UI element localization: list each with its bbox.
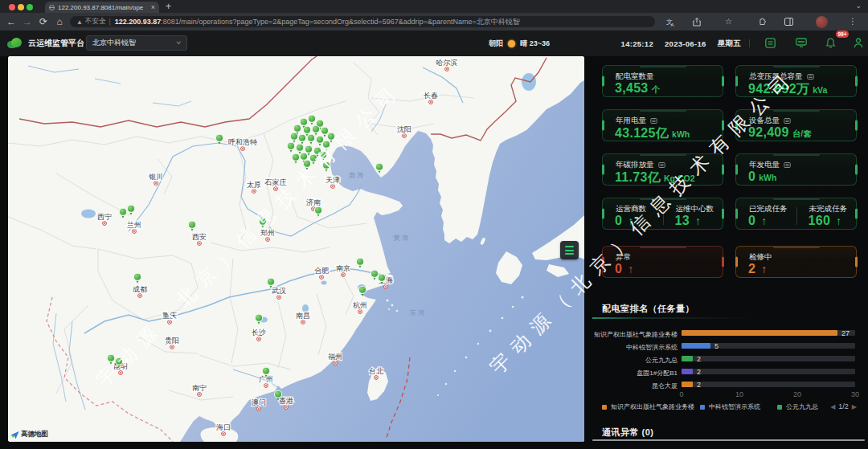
legend-item[interactable]: 公元九九总 bbox=[777, 402, 818, 411]
stat-card-content: 已完成任务0↑ bbox=[736, 198, 796, 229]
pin-head bbox=[321, 127, 328, 134]
home-button[interactable]: ⌂ bbox=[51, 16, 68, 27]
pin-head bbox=[375, 163, 383, 170]
app-header-right: 朝阳 晴 23~36 14:25:12 2023-06-16 星期五 99+ bbox=[0, 31, 868, 56]
pin-head bbox=[319, 151, 326, 158]
tab-search-chevron-icon[interactable]: ⌄ bbox=[855, 2, 862, 10]
card-notch-decoration bbox=[773, 65, 820, 67]
chrome-menu-kebab-icon[interactable]: ⋮ bbox=[849, 18, 857, 26]
translate-icon[interactable]: 文A bbox=[666, 18, 675, 27]
city-label: 济南 bbox=[306, 198, 321, 206]
city-label: 武汉 bbox=[272, 287, 286, 295]
notification-bell-icon[interactable] bbox=[825, 38, 836, 48]
legend-pager: ◀1/2▶ bbox=[830, 402, 857, 410]
stat-value: 92,409台/套 bbox=[748, 125, 812, 140]
bar-track: 2 bbox=[682, 382, 855, 387]
card-side-accent bbox=[602, 120, 604, 131]
window-fullscreen-button[interactable] bbox=[27, 4, 33, 10]
stat-unit: Kg CO2 bbox=[664, 173, 695, 183]
legend-swatch bbox=[602, 405, 607, 410]
weather-widget: 朝阳 晴 23~36 bbox=[489, 39, 550, 49]
browser-toolbar: ← → ⟳ ⌂ ▲ 不安全 | 122.200.93.87 :8081/main… bbox=[0, 13, 868, 31]
stat-unit: kWh bbox=[759, 173, 776, 182]
layers-line bbox=[565, 250, 574, 251]
bar-track: 27 bbox=[682, 330, 855, 336]
stat-unit: 台/套 bbox=[792, 129, 812, 138]
window-close-button[interactable] bbox=[9, 4, 15, 10]
browser-tab[interactable]: 122.200.93.87:8081/main/ope × bbox=[45, 2, 159, 13]
pager-next-icon[interactable]: ▶ bbox=[852, 403, 857, 410]
reload-button[interactable]: ⟳ bbox=[35, 16, 51, 27]
side-panel-icon[interactable] bbox=[784, 18, 793, 26]
layers-line bbox=[565, 246, 574, 247]
bar-row: 昆仑大厦2 bbox=[592, 379, 866, 390]
city-dot-center bbox=[285, 406, 287, 408]
user-icon[interactable] bbox=[854, 38, 863, 48]
pin-head bbox=[119, 208, 126, 215]
bar-value: 27 bbox=[841, 329, 850, 337]
city-dot-center bbox=[385, 286, 387, 288]
window-minimize-button[interactable] bbox=[18, 4, 24, 10]
pager-prev-icon[interactable]: ◀ bbox=[830, 403, 835, 410]
tab-close-icon[interactable]: × bbox=[151, 4, 155, 11]
address-bar[interactable]: ▲ 不安全 | 122.200.93.87 :8081/main/operati… bbox=[70, 16, 655, 27]
stat-number: 0 bbox=[748, 214, 755, 227]
city-label: 太原 bbox=[247, 181, 261, 189]
legend-item[interactable]: 知识产权出版社气象路业务楼 bbox=[602, 402, 694, 411]
x-axis-tick: 30 bbox=[851, 390, 859, 398]
app-header: 云运维监管平台 北京中科锐智 ˅ 朝阳 晴 23~36 14:25:12 202… bbox=[0, 31, 868, 56]
city-label: 西宁 bbox=[97, 213, 112, 221]
bar-value: 5 bbox=[714, 342, 719, 350]
chart-title-underline bbox=[592, 317, 753, 319]
bar-fill bbox=[682, 330, 837, 336]
stat-number: 43.125亿 bbox=[615, 126, 669, 140]
pin-head bbox=[300, 153, 307, 160]
task-list-icon[interactable] bbox=[765, 38, 776, 48]
stat-arrow-icon: ↑ bbox=[628, 214, 633, 227]
profile-avatar[interactable] bbox=[816, 16, 828, 28]
stat-value: 0↑ bbox=[748, 214, 767, 228]
city-dot-center bbox=[155, 182, 157, 184]
pin-head bbox=[327, 133, 334, 140]
amap-attribution[interactable]: 高德地图 bbox=[10, 430, 48, 439]
bar-fill bbox=[682, 356, 693, 361]
stat-unit: kVa bbox=[813, 85, 827, 95]
share-icon[interactable] bbox=[693, 18, 701, 27]
china-map[interactable]: 渤海黄海东海 哈尔滨长春沈阳呼和浩特银川太原石家庄天津济南西宁兰州郑州西安成都重… bbox=[8, 56, 584, 442]
city-label: 长沙 bbox=[252, 329, 266, 337]
city-label: 贵阳 bbox=[165, 337, 179, 345]
clock-widget: 14:25:12 2023-06-16 星期五 bbox=[621, 39, 741, 49]
city-label: 南宁 bbox=[192, 384, 207, 392]
pin-head bbox=[307, 134, 314, 141]
stat-value: 942.892万kVa bbox=[748, 81, 827, 98]
legend-swatch bbox=[700, 405, 705, 410]
pin-head bbox=[292, 153, 299, 161]
legend-label: 中科锐智演示系统 bbox=[709, 402, 760, 411]
bookmark-star-icon[interactable]: ☆ bbox=[725, 18, 732, 26]
card-notch-decoration bbox=[640, 246, 686, 248]
tab-title: 122.200.93.87:8081/main/ope bbox=[58, 4, 143, 11]
forward-button[interactable]: → bbox=[19, 16, 35, 27]
pin-head bbox=[255, 314, 262, 321]
legend-item[interactable]: 中科锐智演示系统 bbox=[700, 402, 760, 411]
city-label: 澳门 bbox=[252, 398, 266, 406]
chart-title: 配电室排名（任务量） bbox=[602, 303, 694, 315]
pin-head bbox=[296, 144, 303, 151]
monitor-card-icon[interactable] bbox=[796, 38, 807, 47]
city-dot-center bbox=[253, 190, 255, 192]
new-tab-button[interactable]: + bbox=[166, 1, 171, 12]
bar-track: 2 bbox=[682, 356, 855, 361]
card-notch-decoration bbox=[640, 65, 686, 67]
stat-card: 已完成任务0↑未完成任务160↑ bbox=[735, 198, 857, 230]
extensions-puzzle-icon[interactable] bbox=[758, 18, 767, 27]
pin-head bbox=[274, 390, 281, 398]
back-button[interactable]: ← bbox=[3, 16, 19, 27]
city-label: 台北 bbox=[369, 367, 383, 375]
stat-value: 43.125亿kWh bbox=[615, 125, 690, 142]
pin-head bbox=[188, 221, 195, 228]
legend-label: 知识产权出版社气象路业务楼 bbox=[611, 402, 694, 411]
pin-head bbox=[259, 218, 266, 225]
map-layers-button[interactable] bbox=[560, 241, 579, 259]
card-side-accent bbox=[855, 120, 858, 131]
city-label: 杭州 bbox=[353, 301, 367, 309]
